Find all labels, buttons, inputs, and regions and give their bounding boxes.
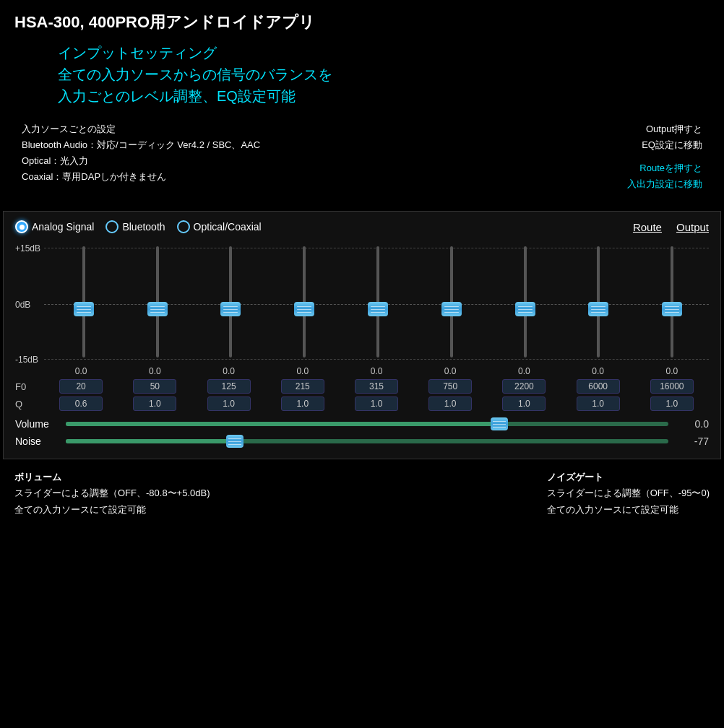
thumb-line-7-1 bbox=[591, 309, 606, 310]
q-label: Q bbox=[15, 399, 44, 410]
eq-thumb-5[interactable] bbox=[441, 302, 462, 316]
bottom-right-title: ノイズゲート bbox=[547, 469, 710, 485]
noise-fill bbox=[66, 439, 235, 443]
eq-value-0: 0.0 bbox=[44, 366, 118, 376]
eq-slider-col-4[interactable] bbox=[341, 240, 415, 363]
eq-slider-col-7[interactable] bbox=[561, 240, 635, 363]
info-right: Output押すと EQ設定に移動 Routeを押すと 入出力設定に移動 bbox=[627, 121, 702, 192]
eq-thumb-4[interactable] bbox=[368, 302, 388, 316]
radio-group: Analog Signal Bluetooth Optical/Coaxial bbox=[15, 220, 262, 233]
eq-track-4[interactable] bbox=[376, 246, 379, 358]
radio-analog[interactable]: Analog Signal bbox=[15, 220, 94, 233]
thumb-line-3 bbox=[493, 427, 506, 428]
top-section: HSA-300, 400PRO用アンドロイドアプリ インプットセッティング 全て… bbox=[0, 0, 724, 211]
eq-thumb-6[interactable] bbox=[515, 302, 535, 316]
eq-track-2[interactable] bbox=[229, 246, 232, 358]
eq-track-8[interactable] bbox=[671, 246, 673, 358]
q-input-7[interactable] bbox=[577, 396, 620, 411]
radio-circle-analog bbox=[15, 220, 28, 233]
q-input-3[interactable] bbox=[281, 396, 324, 411]
eq-track-3[interactable] bbox=[303, 246, 306, 358]
thumb-line-1-2 bbox=[150, 312, 165, 313]
values-row: 0.00.00.00.00.00.00.00.00.0 bbox=[44, 366, 709, 376]
eq-value-7: 0.0 bbox=[561, 366, 635, 376]
bottom-section: ボリューム スライダーによる調整（OFF、-80.8〜+5.0dB) 全ての入力… bbox=[0, 459, 724, 527]
db-label-plus15: +15dB bbox=[15, 243, 40, 254]
f0-input-1[interactable] bbox=[133, 379, 176, 394]
thumb-line-8-1 bbox=[665, 309, 679, 310]
eq-thumb-2[interactable] bbox=[220, 302, 241, 316]
eq-track-0[interactable] bbox=[82, 246, 85, 358]
eq-slider-col-5[interactable] bbox=[415, 240, 488, 363]
thumb-line-5-1 bbox=[444, 309, 459, 310]
eq-track-6[interactable] bbox=[524, 246, 527, 358]
radio-optical[interactable]: Optical/Coaxial bbox=[177, 220, 262, 233]
eq-thumb-8[interactable] bbox=[662, 302, 682, 316]
bottom-right-line2: 全ての入力ソースにて設定可能 bbox=[547, 502, 710, 518]
eq-thumb-1[interactable] bbox=[147, 302, 168, 316]
bottom-left: ボリューム スライダーによる調整（OFF、-80.8〜+5.0dB) 全ての入力… bbox=[14, 469, 210, 517]
q-input-5[interactable] bbox=[428, 396, 472, 411]
noise-thumb[interactable] bbox=[226, 435, 244, 448]
output-hint-2: EQ設定に移動 bbox=[627, 137, 702, 153]
noise-value: -77 bbox=[680, 436, 709, 447]
route-button[interactable]: Route bbox=[633, 221, 662, 233]
eq-slider-col-6[interactable] bbox=[488, 240, 562, 363]
q-input-0[interactable] bbox=[59, 396, 103, 411]
thumb-line-8-0 bbox=[665, 306, 679, 307]
q-input-2[interactable] bbox=[207, 396, 251, 411]
eq-track-7[interactable] bbox=[597, 246, 600, 358]
q-input-1[interactable] bbox=[133, 396, 176, 411]
volume-value: 0.0 bbox=[680, 418, 709, 430]
noise-track[interactable] bbox=[66, 439, 668, 443]
q-input-6[interactable] bbox=[502, 396, 546, 411]
eq-slider-col-1[interactable] bbox=[121, 240, 194, 363]
nav-buttons: Route Output bbox=[633, 221, 709, 233]
bottom-left-line1: スライダーによる調整（OFF、-80.8〜+5.0dB) bbox=[14, 485, 210, 501]
info-left: 入力ソースごとの設定 Bluetooth Audio：対応/コーディック Ver… bbox=[22, 121, 260, 192]
thumb-line-5-0 bbox=[444, 306, 459, 307]
thumb-line-2-2 bbox=[223, 312, 238, 313]
eq-value-2: 0.0 bbox=[191, 366, 265, 376]
volume-label: Volume bbox=[15, 418, 66, 430]
volume-thumb[interactable] bbox=[491, 417, 508, 430]
f0-input-3[interactable] bbox=[281, 379, 324, 394]
bottom-left-line2: 全ての入力ソースにて設定可能 bbox=[14, 502, 210, 518]
eq-thumb-7[interactable] bbox=[588, 302, 608, 316]
thumb-line-3-2 bbox=[297, 312, 311, 313]
f0-input-2[interactable] bbox=[207, 379, 251, 394]
subtitle-line3: 入力ごとのレベル調整、EQ設定可能 bbox=[58, 85, 710, 107]
f0-input-5[interactable] bbox=[428, 379, 472, 394]
thumb-line-2 bbox=[493, 424, 506, 425]
volume-track[interactable] bbox=[66, 422, 668, 426]
eq-thumb-0[interactable] bbox=[74, 302, 94, 316]
eq-thumb-3[interactable] bbox=[294, 302, 314, 316]
output-button[interactable]: Output bbox=[676, 221, 709, 233]
thumb-line-1 bbox=[493, 421, 506, 422]
f0-input-7[interactable] bbox=[577, 379, 620, 394]
eq-slider-col-8[interactable] bbox=[635, 240, 709, 363]
radio-bluetooth[interactable]: Bluetooth bbox=[105, 220, 165, 233]
f0-label: F0 bbox=[15, 381, 44, 392]
bottom-left-title: ボリューム bbox=[14, 469, 210, 485]
bottom-right-line1: スライダーによる調整（OFF、-95〜0) bbox=[547, 485, 710, 501]
f0-input-8[interactable] bbox=[650, 379, 694, 394]
thumb-line-7-0 bbox=[591, 306, 606, 307]
q-input-4[interactable] bbox=[355, 396, 398, 411]
panel-header: Analog Signal Bluetooth Optical/Coaxial … bbox=[15, 220, 709, 233]
f0-input-6[interactable] bbox=[502, 379, 546, 394]
eq-track-1[interactable] bbox=[156, 246, 159, 358]
f0-input-4[interactable] bbox=[355, 379, 398, 394]
eq-slider-col-0[interactable] bbox=[47, 240, 121, 363]
info-left-3: Optical：光入力 bbox=[22, 153, 260, 169]
q-input-8[interactable] bbox=[650, 396, 694, 411]
eq-track-5[interactable] bbox=[450, 246, 453, 358]
volume-fill bbox=[66, 422, 499, 426]
eq-slider-col-2[interactable] bbox=[194, 240, 268, 363]
eq-slider-col-3[interactable] bbox=[267, 240, 341, 363]
f0-input-0[interactable] bbox=[59, 379, 103, 394]
thumb-line-2-0 bbox=[223, 306, 238, 307]
q-inputs bbox=[44, 396, 709, 411]
eq-value-8: 0.0 bbox=[635, 366, 709, 376]
eq-value-5: 0.0 bbox=[413, 366, 487, 376]
